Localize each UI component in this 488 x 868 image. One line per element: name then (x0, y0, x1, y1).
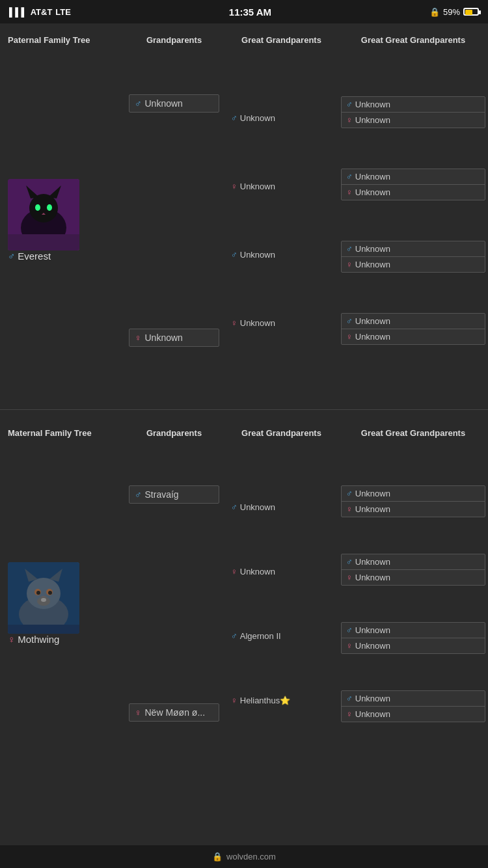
p-gggp-0-1-name: Unknown (355, 115, 390, 125)
paternal-header-row: Paternal Family Tree Grandparents Great … (0, 30, 488, 51)
maternal-self-name[interactable]: ♀ Mothwing (8, 634, 59, 645)
paternal-section: Paternal Family Tree Grandparents Great … (0, 23, 488, 403)
maternal-self-avatar (8, 562, 79, 634)
paternal-gggp-2-1[interactable]: ♀ Unknown (342, 256, 485, 272)
maternal-gggp-1-0[interactable]: ♂ Unknown (342, 554, 485, 569)
carrier-name: AT&T (31, 7, 53, 17)
maternal-grandparents-col: ♂ Stravaíg ♀ Nëw Møøn ø... (124, 444, 224, 763)
paternal-gp-1-gender: ♀ (135, 332, 142, 343)
maternal-ggp-1-name: Unknown (240, 567, 275, 576)
carrier-info: ▌▌▌ AT&T LTE (9, 7, 71, 17)
p-gggp-2-1-name: Unknown (355, 260, 390, 269)
svg-rect-8 (8, 234, 79, 251)
maternal-gp-1[interactable]: ♀ Nëw Møøn ø... (129, 703, 219, 722)
network-type: LTE (55, 7, 71, 17)
paternal-self-col: ♂ Everest (0, 51, 124, 390)
maternal-gp-0-name: Stravaíg (145, 489, 179, 500)
maternal-ggp-0[interactable]: ♂ Unknown (227, 499, 336, 515)
lock-icon: 🔒 (429, 7, 440, 17)
maternal-gggp-3-0[interactable]: ♂ Unknown (342, 691, 485, 706)
paternal-ggp-3[interactable]: ♀ Unknown (227, 315, 336, 331)
svg-point-17 (48, 591, 52, 595)
paternal-self-name[interactable]: ♂ Everest (8, 251, 51, 262)
m-gggp-1-1-name: Unknown (355, 573, 390, 582)
m-gggp-0-0-name: Unknown (355, 489, 390, 498)
m-gggp-2-1-name: Unknown (355, 641, 390, 651)
maternal-title: Maternal Family Tree (0, 423, 124, 444)
footer-lock-icon: 🔒 (212, 852, 223, 861)
maternal-ggp-2[interactable]: ♂ Algernon II (227, 628, 336, 644)
maternal-ggp-0-name: Unknown (240, 502, 275, 512)
paternal-gggp-1-0[interactable]: ♂ Unknown (342, 169, 485, 184)
paternal-ggp-0-name: Unknown (240, 113, 275, 123)
paternal-great-col: ♂ Unknown ♀ Unknown ♂ Unknown ♀ Unknown (224, 51, 338, 390)
footer-domain: wolvden.com (226, 852, 276, 861)
clock: 11:35 AM (229, 7, 271, 18)
paternal-gp-0-name: Unknown (145, 98, 183, 109)
maternal-ggp-1[interactable]: ♀ Unknown (227, 563, 336, 580)
paternal-gggp-0-0[interactable]: ♂ Unknown (342, 97, 485, 112)
paternal-grandparents-col: ♂ Unknown ♀ Unknown (124, 51, 224, 390)
maternal-gggp-pair-2: ♂ Unknown ♀ Unknown (341, 622, 485, 654)
battery-percent: 59% (443, 7, 460, 17)
paternal-self-avatar (8, 179, 79, 251)
paternal-gp-0-gender: ♂ (135, 98, 142, 109)
p-gggp-0-0-name: Unknown (355, 100, 390, 109)
maternal-self-col: ♀ Mothwing (0, 444, 124, 763)
maternal-self-gender-icon: ♀ (8, 634, 15, 645)
maternal-gggp-2-1[interactable]: ♀ Unknown (342, 638, 485, 653)
paternal-self-name-text: Everest (18, 251, 51, 262)
maternal-great-great-header: Great Great Grandparents (338, 423, 488, 444)
paternal-great-great-col: ♂ Unknown ♀ Unknown ♂ Unknown ♀ Unknown (338, 51, 488, 390)
paternal-gggp-2-0[interactable]: ♂ Unknown (342, 241, 485, 256)
maternal-header-row: Maternal Family Tree Grandparents Great … (0, 423, 488, 444)
svg-point-16 (36, 591, 40, 595)
maternal-ggp-2-name: Algernon II (240, 631, 281, 641)
maternal-great-header: Great Grandparents (224, 423, 338, 444)
status-bar: ▌▌▌ AT&T LTE 11:35 AM 🔒 59% (0, 0, 488, 23)
maternal-gggp-0-0[interactable]: ♂ Unknown (342, 486, 485, 501)
paternal-ggp-1[interactable]: ♀ Unknown (227, 178, 336, 195)
maternal-section: Maternal Family Tree Grandparents Great … (0, 416, 488, 809)
m-gggp-3-1-name: Unknown (355, 709, 390, 719)
paternal-gggp-3-0[interactable]: ♂ Unknown (342, 314, 485, 329)
paternal-gp-0[interactable]: ♂ Unknown (129, 94, 219, 113)
maternal-tree: ♀ Mothwing ♂ Stravaíg ♀ Nëw Møøn ø... ♂ … (0, 444, 488, 796)
paternal-great-great-header: Great Great Grandparents (338, 30, 488, 51)
section-divider (0, 409, 488, 410)
p-gggp-2-0-name: Unknown (355, 244, 390, 254)
paternal-gggp-1-1[interactable]: ♀ Unknown (342, 184, 485, 200)
m-gggp-2-0-name: Unknown (355, 625, 390, 635)
paternal-ggp-2[interactable]: ♂ Unknown (227, 247, 336, 263)
maternal-gggp-0-1[interactable]: ♀ Unknown (342, 501, 485, 517)
maternal-gggp-3-1[interactable]: ♀ Unknown (342, 706, 485, 722)
signal-icon: ▌▌▌ (9, 7, 27, 17)
paternal-ggp-2-name: Unknown (240, 250, 275, 260)
p-gggp-1-1-name: Unknown (355, 187, 390, 197)
maternal-gggp-1-1[interactable]: ♀ Unknown (342, 569, 485, 585)
p-gggp-3-1-name: Unknown (355, 332, 390, 342)
maternal-gp-1-name: Nëw Møøn ø... (145, 707, 206, 718)
paternal-self-gender-icon: ♂ (8, 251, 15, 262)
maternal-grandparents-header: Grandparents (124, 423, 224, 444)
maternal-gggp-pair-1: ♂ Unknown ♀ Unknown (341, 554, 485, 586)
m-gggp-0-1-name: Unknown (355, 504, 390, 514)
paternal-title: Paternal Family Tree (0, 30, 124, 51)
maternal-ggp-3[interactable]: ♀ Helianthus⭐ (227, 692, 336, 709)
maternal-gggp-2-0[interactable]: ♂ Unknown (342, 623, 485, 638)
paternal-grandparents-header: Grandparents (124, 30, 224, 51)
paternal-ggp-3-name: Unknown (240, 318, 275, 328)
paternal-gggp-pair-0: ♂ Unknown ♀ Unknown (341, 96, 485, 128)
maternal-gp-0[interactable]: ♂ Stravaíg (129, 485, 219, 504)
paternal-gp-1[interactable]: ♀ Unknown (129, 329, 219, 347)
m-gggp-3-0-name: Unknown (355, 694, 390, 703)
maternal-self-name-text: Mothwing (18, 634, 59, 645)
m-gggp-1-0-name: Unknown (355, 557, 390, 567)
paternal-gggp-0-1[interactable]: ♀ Unknown (342, 112, 485, 128)
paternal-ggp-0[interactable]: ♂ Unknown (227, 110, 336, 126)
footer: 🔒 wolvden.com (0, 845, 488, 868)
paternal-gggp-3-1[interactable]: ♀ Unknown (342, 329, 485, 344)
paternal-gp-1-name: Unknown (145, 332, 183, 343)
maternal-gp-0-gender: ♂ (135, 489, 142, 500)
svg-point-5 (35, 204, 40, 211)
